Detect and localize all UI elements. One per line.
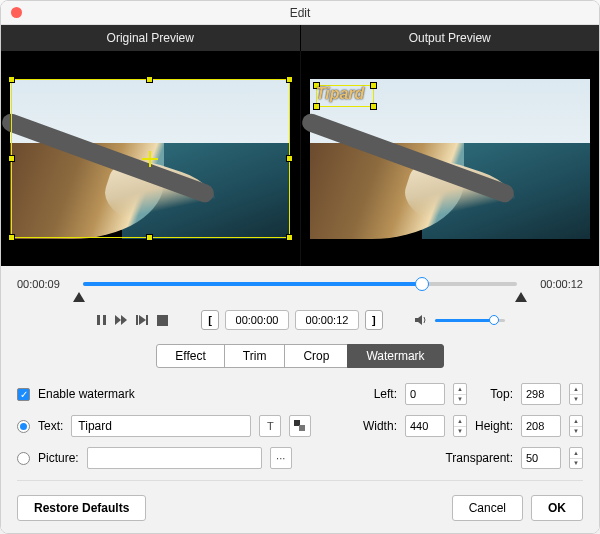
width-input[interactable]: 440 [405, 415, 445, 437]
pause-button[interactable] [95, 313, 109, 327]
picture-path-input[interactable] [87, 447, 262, 469]
range-start-marker[interactable] [73, 292, 85, 302]
set-range-start-button[interactable]: [ [201, 310, 219, 330]
timeline-slider[interactable] [83, 282, 517, 286]
width-stepper[interactable]: ▲▼ [453, 415, 467, 437]
svg-rect-7 [157, 315, 168, 326]
text-radio-label: Text: [38, 419, 63, 433]
cancel-button[interactable]: Cancel [452, 495, 523, 521]
enable-watermark-checkbox[interactable]: ✓ [17, 388, 30, 401]
watermark-text-input[interactable] [71, 415, 251, 437]
set-range-end-button[interactable]: ] [365, 310, 383, 330]
svg-marker-3 [121, 315, 127, 325]
ok-button[interactable]: OK [531, 495, 583, 521]
transparent-stepper[interactable]: ▲▼ [569, 447, 583, 469]
original-preview-pane[interactable] [1, 51, 300, 266]
preview-area: Original Preview Output Preview Tipard [1, 25, 599, 266]
color-button[interactable] [289, 415, 311, 437]
svg-rect-1 [103, 315, 106, 325]
stop-button[interactable] [155, 313, 169, 327]
tab-bar: Effect Trim Crop Watermark [17, 344, 583, 368]
range-end-input[interactable]: 00:00:12 [295, 310, 359, 330]
picture-radio-label: Picture: [38, 451, 79, 465]
browse-picture-button[interactable]: ··· [270, 447, 292, 469]
text-radio[interactable] [17, 420, 30, 433]
left-input[interactable]: 0 [405, 383, 445, 405]
tab-watermark[interactable]: Watermark [347, 344, 443, 368]
restore-defaults-button[interactable]: Restore Defaults [17, 495, 146, 521]
top-label: Top: [475, 387, 513, 401]
window-title: Edit [1, 6, 599, 20]
volume-slider[interactable] [435, 319, 505, 322]
titlebar: Edit [1, 1, 599, 25]
height-stepper[interactable]: ▲▼ [569, 415, 583, 437]
transparent-label: Transparent: [433, 451, 513, 465]
original-preview-label: Original Preview [1, 25, 301, 51]
time-current: 00:00:09 [17, 278, 73, 290]
output-preview-pane[interactable]: Tipard [300, 51, 600, 266]
svg-rect-10 [299, 425, 305, 431]
range-end-marker[interactable] [515, 292, 527, 302]
enable-watermark-label: Enable watermark [38, 387, 135, 401]
watermark-text-overlay: Tipard [316, 85, 365, 103]
width-label: Width: [359, 419, 397, 433]
font-button[interactable]: T [259, 415, 281, 437]
top-input[interactable]: 298 [521, 383, 561, 405]
top-stepper[interactable]: ▲▼ [569, 383, 583, 405]
svg-rect-4 [136, 315, 138, 325]
height-label: Height: [475, 419, 513, 433]
left-stepper[interactable]: ▲▼ [453, 383, 467, 405]
left-label: Left: [359, 387, 397, 401]
window-close-button[interactable] [11, 7, 22, 18]
output-preview-label: Output Preview [301, 25, 600, 51]
step-button[interactable] [135, 313, 149, 327]
tab-crop[interactable]: Crop [284, 344, 348, 368]
svg-marker-5 [139, 315, 146, 325]
svg-rect-6 [146, 315, 148, 325]
tab-effect[interactable]: Effect [156, 344, 224, 368]
timeline-row: 00:00:09 00:00:12 [17, 274, 583, 294]
transparent-input[interactable]: 50 [521, 447, 561, 469]
svg-rect-0 [97, 315, 100, 325]
svg-marker-2 [115, 315, 121, 325]
fast-forward-button[interactable] [115, 313, 129, 327]
svg-marker-8 [415, 315, 422, 325]
tab-trim[interactable]: Trim [224, 344, 286, 368]
picture-radio[interactable] [17, 452, 30, 465]
time-total: 00:00:12 [527, 278, 583, 290]
volume-icon[interactable] [415, 313, 429, 327]
range-start-input[interactable]: 00:00:00 [225, 310, 289, 330]
height-input[interactable]: 208 [521, 415, 561, 437]
